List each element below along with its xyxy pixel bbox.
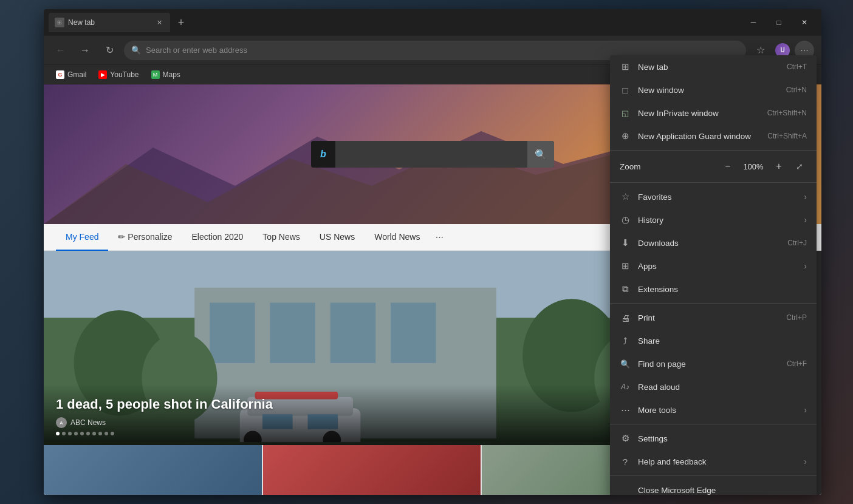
menu-downloads-shortcut: Ctrl+J	[787, 239, 807, 247]
menu-item-settings[interactable]: ⚙ Settings	[610, 427, 817, 450]
address-input[interactable]	[146, 46, 739, 55]
menu-close-edge-label: Close Microsoft Edge	[638, 486, 807, 495]
browser-window: ⊞ New tab ✕ + ─ □ ✕ ← → ↻ 🔍 ☆ U ···	[44, 9, 821, 495]
svg-rect-7	[331, 303, 375, 363]
tab-personalize[interactable]: ✏ Personalize	[108, 224, 182, 251]
thumbnail-1[interactable]	[44, 445, 262, 495]
tab-election[interactable]: Election 2020	[182, 224, 253, 251]
menu-item-read-aloud[interactable]: A♪ Read aloud	[610, 375, 817, 398]
divider-3	[610, 303, 817, 304]
history-icon: ◷	[620, 214, 631, 225]
menu-settings-label: Settings	[638, 434, 807, 443]
bookmark-maps[interactable]: M Maps	[146, 68, 185, 81]
menu-item-help[interactable]: ? Help and feedback ›	[610, 450, 817, 473]
bookmark-youtube[interactable]: ▶ YouTube	[94, 68, 143, 81]
source-favicon: A	[56, 417, 67, 428]
menu-item-history[interactable]: ◷ History ›	[610, 208, 817, 231]
tab-my-feed[interactable]: My Feed	[56, 224, 108, 251]
bing-logo: b	[311, 141, 335, 168]
history-arrow-icon: ›	[804, 215, 807, 225]
article-overlay: 1 dead, 5 people shot in California A AB…	[44, 384, 700, 445]
menu-item-new-window[interactable]: □ New window Ctrl+N	[610, 78, 817, 101]
title-bar: ⊞ New tab ✕ + ─ □ ✕	[44, 9, 821, 36]
new-tab-button[interactable]: +	[173, 14, 190, 31]
tab-top-news-label: Top News	[262, 232, 300, 242]
menu-item-apps[interactable]: ⊞ Apps ›	[610, 254, 817, 278]
menu-item-find[interactable]: 🔍 Find on page Ctrl+F	[610, 352, 817, 375]
menu-item-share[interactable]: ⤴ Share	[610, 329, 817, 352]
dot-7	[92, 432, 96, 435]
dot-3	[68, 432, 72, 435]
menu-item-more-tools[interactable]: ⋯ More tools ›	[610, 398, 817, 421]
window-controls: ─ □ ✕	[741, 13, 817, 32]
tab-us-news[interactable]: US News	[310, 224, 365, 251]
appguard-icon: ⊕	[620, 131, 631, 141]
forward-button[interactable]: →	[75, 41, 95, 60]
article-thumbnails	[44, 445, 700, 495]
article-image: 1 dead, 5 people shot in California A AB…	[44, 251, 700, 445]
tab-world-news-label: World News	[374, 232, 420, 242]
menu-item-print[interactable]: 🖨 Print Ctrl+P	[610, 306, 817, 329]
menu-inprivate-label: New InPrivate window	[638, 109, 760, 118]
apps-arrow-icon: ›	[804, 261, 807, 271]
inprivate-icon: ◱	[620, 107, 631, 118]
read-aloud-icon: A♪	[620, 381, 631, 392]
zoom-fullscreen-button[interactable]: ⤢	[792, 159, 807, 174]
tab-personalize-label: ✏ Personalize	[118, 232, 172, 242]
menu-item-inprivate[interactable]: ◱ New InPrivate window Ctrl+Shift+N	[610, 101, 817, 124]
extensions-icon: ⧉	[620, 284, 631, 295]
new-tab-menu-icon: ⊞	[620, 61, 631, 72]
menu-item-favorites[interactable]: ☆ Favorites ›	[610, 185, 817, 208]
menu-extensions-label: Extensions	[638, 285, 807, 294]
menu-find-label: Find on page	[638, 359, 779, 369]
menu-item-extensions[interactable]: ⧉ Extensions	[610, 278, 817, 301]
main-article: 1 dead, 5 people shot in California A AB…	[44, 251, 700, 495]
menu-item-appguard[interactable]: ⊕ New Application Guard window Ctrl+Shif…	[610, 124, 817, 148]
menu-item-downloads[interactable]: ⬇ Downloads Ctrl+J	[610, 231, 817, 254]
minimize-button[interactable]: ─	[741, 13, 766, 32]
tab-strip: ⊞ New tab ✕ +	[49, 13, 741, 32]
dot-6	[86, 432, 90, 435]
dot-4	[74, 432, 78, 435]
downloads-icon: ⬇	[620, 237, 631, 248]
maximize-button[interactable]: □	[767, 13, 791, 32]
menu-apps-label: Apps	[638, 262, 796, 271]
tab-world-news[interactable]: World News	[365, 224, 430, 251]
menu-item-new-tab[interactable]: ⊞ New tab Ctrl+T	[610, 55, 817, 78]
menu-inprivate-shortcut: Ctrl+Shift+N	[767, 109, 807, 117]
more-tools-arrow-icon: ›	[804, 405, 807, 415]
menu-new-window-shortcut: Ctrl+N	[786, 86, 807, 94]
find-icon: 🔍	[620, 358, 631, 369]
zoom-in-button[interactable]: +	[770, 158, 787, 175]
menu-item-close-edge[interactable]: Close Microsoft Edge	[610, 478, 817, 495]
bookmark-gmail[interactable]: G Gmail	[51, 68, 91, 81]
menu-downloads-label: Downloads	[638, 239, 780, 248]
zoom-out-button[interactable]: −	[719, 158, 736, 175]
search-container: b 🔍	[311, 141, 554, 168]
divider-1	[610, 150, 817, 151]
tab-top-news[interactable]: Top News	[253, 224, 309, 251]
menu-more-tools-label: More tools	[638, 406, 796, 415]
bookmark-gmail-label: Gmail	[67, 70, 86, 79]
bing-search-button[interactable]: 🔍	[527, 141, 554, 168]
back-button[interactable]: ←	[51, 41, 70, 60]
tab-title: New tab	[68, 18, 151, 27]
tab-us-news-label: US News	[320, 232, 355, 242]
tab-election-label: Election 2020	[192, 232, 244, 242]
menu-new-tab-shortcut: Ctrl+T	[787, 63, 807, 71]
print-icon: 🖨	[620, 312, 631, 323]
bing-search-bar[interactable]: b 🔍	[311, 141, 554, 168]
refresh-button[interactable]: ↻	[100, 41, 119, 60]
menu-find-shortcut: Ctrl+F	[787, 359, 807, 368]
active-tab[interactable]: ⊞ New tab ✕	[49, 13, 170, 32]
tab-close-button[interactable]: ✕	[154, 18, 164, 27]
tab-more-button[interactable]: ···	[430, 228, 449, 247]
favorites-arrow-icon: ›	[804, 192, 807, 202]
more-tools-icon: ⋯	[620, 404, 631, 415]
dropdown-menu: ⊞ New tab Ctrl+T □ New window Ctrl+N ◱ N…	[610, 55, 817, 495]
menu-history-label: History	[638, 216, 796, 225]
menu-print-label: Print	[638, 313, 779, 322]
apps-icon: ⊞	[620, 261, 631, 271]
thumbnail-2[interactable]	[263, 445, 481, 495]
window-close-button[interactable]: ✕	[792, 13, 817, 32]
